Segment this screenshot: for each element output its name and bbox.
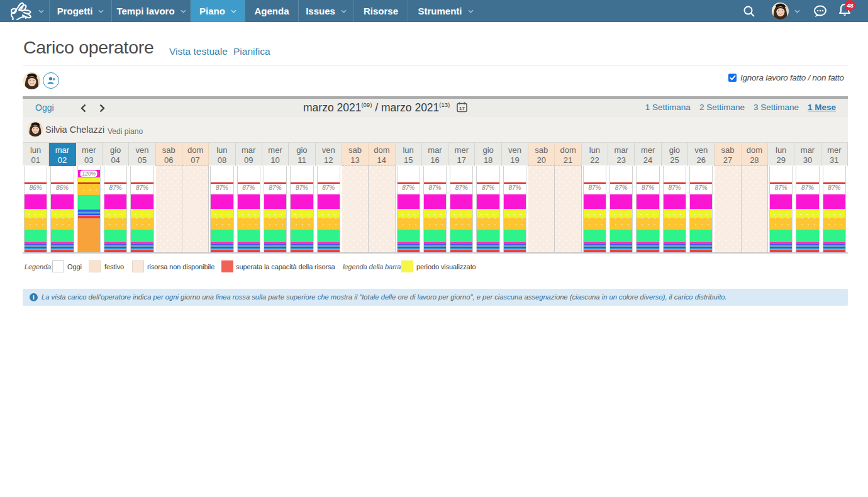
svg-text:17: 17 <box>459 106 465 111</box>
